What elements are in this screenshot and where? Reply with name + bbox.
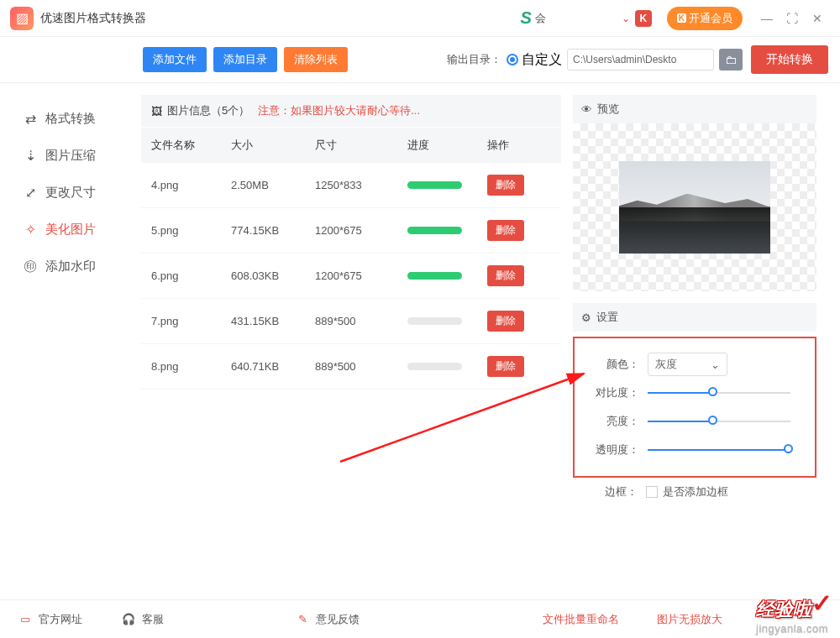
cell-size: 640.71KB bbox=[231, 360, 315, 373]
convert-icon: ⇄ bbox=[22, 111, 39, 127]
user-label: 会 bbox=[535, 11, 546, 26]
image-icon: 🖼 bbox=[151, 105, 162, 118]
cell-name: 5.png bbox=[151, 224, 231, 237]
sidebar-item-compress[interactable]: ⇣图片压缩 bbox=[0, 137, 129, 174]
cell-dimension: 889*500 bbox=[315, 315, 407, 327]
table-row[interactable]: 7.png431.15KB889*500删除 bbox=[141, 299, 561, 344]
sidebar-item-watermark[interactable]: ㊞添加水印 bbox=[0, 248, 129, 285]
official-site-link[interactable]: ▭官方网址 bbox=[17, 612, 82, 627]
contrast-slider[interactable] bbox=[648, 390, 790, 395]
lossless-enlarge-label: 图片无损放大 bbox=[657, 612, 722, 627]
color-label: 颜色： bbox=[585, 357, 639, 372]
table-row[interactable]: 6.png608.03KB1200*675删除 bbox=[141, 254, 561, 299]
start-convert-button[interactable]: 开始转换 bbox=[751, 45, 828, 74]
delete-button[interactable]: 删除 bbox=[487, 311, 524, 332]
sidebar-item-beautify[interactable]: ✧美化图片 bbox=[0, 211, 129, 248]
chevron-down-icon[interactable]: ⌄ bbox=[622, 13, 630, 24]
col-size: 大小 bbox=[231, 138, 315, 153]
batch-rename-link[interactable]: 文件批量重命名 bbox=[543, 612, 619, 627]
sidebar-item-label: 格式转换 bbox=[45, 111, 96, 127]
customer-service-link[interactable]: 🎧客服 bbox=[120, 612, 164, 627]
file-info-title: 图片信息（5个） bbox=[167, 103, 249, 118]
feedback-link[interactable]: ✎意见反馈 bbox=[294, 612, 360, 627]
cell-size: 608.03KB bbox=[231, 269, 315, 282]
radio-icon bbox=[507, 54, 518, 65]
sidebar-item-label: 更改尺寸 bbox=[45, 185, 96, 201]
table-row[interactable]: 5.png774.15KB1200*675删除 bbox=[141, 208, 561, 254]
brightness-slider[interactable] bbox=[648, 419, 790, 424]
settings-title: 设置 bbox=[596, 310, 618, 325]
col-dim: 尺寸 bbox=[315, 138, 407, 153]
delete-button[interactable]: 删除 bbox=[487, 175, 524, 196]
title-bar: ▨ 优速图片格式转换器 S 会 ⌄ K K开通会员 — ⛶ ✕ bbox=[0, 0, 840, 37]
headset-icon: 🎧 bbox=[120, 612, 137, 627]
official-site-label: 官方网址 bbox=[39, 612, 82, 627]
cell-size: 774.15KB bbox=[231, 224, 315, 237]
account-icon: S bbox=[520, 8, 531, 28]
file-list-panel: 🖼 图片信息（5个） 注意：如果图片较大请耐心等待... 文件名称 大小 尺寸 … bbox=[141, 95, 561, 599]
lossless-enlarge-link[interactable]: 图片无损放大 bbox=[657, 612, 722, 627]
maximize-button[interactable]: ⛶ bbox=[780, 6, 805, 31]
cell-dimension: 1250*833 bbox=[315, 179, 407, 191]
cell-progress bbox=[407, 363, 487, 370]
col-progress: 进度 bbox=[407, 138, 487, 153]
add-directory-button[interactable]: 添加目录 bbox=[213, 47, 277, 72]
col-name: 文件名称 bbox=[151, 138, 231, 153]
delete-button[interactable]: 删除 bbox=[487, 220, 524, 241]
output-path-input[interactable]: C:\Users\admin\Deskto bbox=[567, 49, 714, 71]
color-select[interactable]: 灰度 ⌄ bbox=[648, 353, 727, 376]
sidebar-item-label: 添加水印 bbox=[45, 259, 96, 275]
opacity-slider[interactable] bbox=[648, 447, 790, 452]
table-header: 文件名称 大小 尺寸 进度 操作 bbox=[141, 127, 561, 163]
settings-header: ⚙设置 bbox=[573, 303, 816, 332]
cell-dimension: 1200*675 bbox=[315, 269, 407, 282]
clear-list-button[interactable]: 清除列表 bbox=[284, 47, 348, 72]
cell-dimension: 1200*675 bbox=[315, 224, 407, 237]
cell-progress bbox=[407, 227, 487, 234]
add-file-button[interactable]: 添加文件 bbox=[143, 47, 207, 72]
output-custom-radio[interactable]: 自定义 bbox=[507, 51, 562, 69]
customer-service-label: 客服 bbox=[142, 612, 164, 627]
cell-size: 431.15KB bbox=[231, 315, 315, 327]
col-action: 操作 bbox=[487, 138, 538, 153]
border-checkbox-label: 是否添加边框 bbox=[663, 484, 728, 499]
file-info-header: 🖼 图片信息（5个） 注意：如果图片较大请耐心等待... bbox=[141, 95, 561, 127]
delete-button[interactable]: 删除 bbox=[487, 356, 524, 377]
cell-name: 8.png bbox=[151, 360, 231, 373]
opacity-label: 透明度： bbox=[585, 442, 639, 458]
preview-area bbox=[573, 123, 816, 291]
preview-header: 👁预览 bbox=[573, 95, 816, 123]
output-dir-label: 输出目录： bbox=[447, 52, 501, 67]
contrast-label: 对比度： bbox=[585, 385, 639, 400]
sidebar-item-resize[interactable]: ⤢更改尺寸 bbox=[0, 174, 129, 211]
file-info-warning: 注意：如果图片较大请耐心等待... bbox=[258, 103, 420, 118]
border-label: 边框： bbox=[583, 484, 638, 499]
close-button[interactable]: ✕ bbox=[805, 6, 830, 31]
beautify-icon: ✧ bbox=[22, 222, 39, 238]
table-row[interactable]: 8.png640.71KB889*500删除 bbox=[141, 344, 561, 390]
minimize-button[interactable]: — bbox=[754, 6, 780, 31]
feedback-label: 意见反馈 bbox=[316, 612, 360, 627]
output-custom-label: 自定义 bbox=[522, 51, 562, 69]
vip-badge-icon: K bbox=[635, 10, 652, 27]
sidebar-item-format[interactable]: ⇄格式转换 bbox=[0, 100, 129, 137]
cell-progress bbox=[407, 272, 487, 280]
chevron-down-icon: ⌄ bbox=[711, 358, 720, 371]
watermark-icon: ㊞ bbox=[22, 258, 39, 275]
cell-size: 2.50MB bbox=[231, 179, 315, 191]
cell-name: 4.png bbox=[151, 179, 231, 191]
border-checkbox[interactable] bbox=[646, 486, 658, 498]
settings-box: 颜色： 灰度 ⌄ 对比度： 亮度： bbox=[573, 337, 816, 478]
folder-icon: 🗀 bbox=[725, 53, 737, 66]
browse-folder-button[interactable]: 🗀 bbox=[719, 49, 743, 71]
gear-icon: ⚙ bbox=[581, 311, 591, 324]
batch-rename-label: 文件批量重命名 bbox=[543, 612, 619, 627]
delete-button[interactable]: 删除 bbox=[487, 265, 524, 286]
cell-progress bbox=[407, 317, 487, 325]
table-row[interactable]: 4.png2.50MB1250*833删除 bbox=[141, 163, 561, 208]
bottom-bar: ▭官方网址 🎧客服 ✎意见反馈 文件批量重命名 图片无损放大 bbox=[0, 599, 840, 638]
preview-title: 预览 bbox=[597, 102, 619, 117]
web-icon: ▭ bbox=[17, 612, 34, 627]
open-vip-button[interactable]: K开通会员 bbox=[667, 7, 743, 30]
cell-dimension: 889*500 bbox=[315, 360, 407, 373]
